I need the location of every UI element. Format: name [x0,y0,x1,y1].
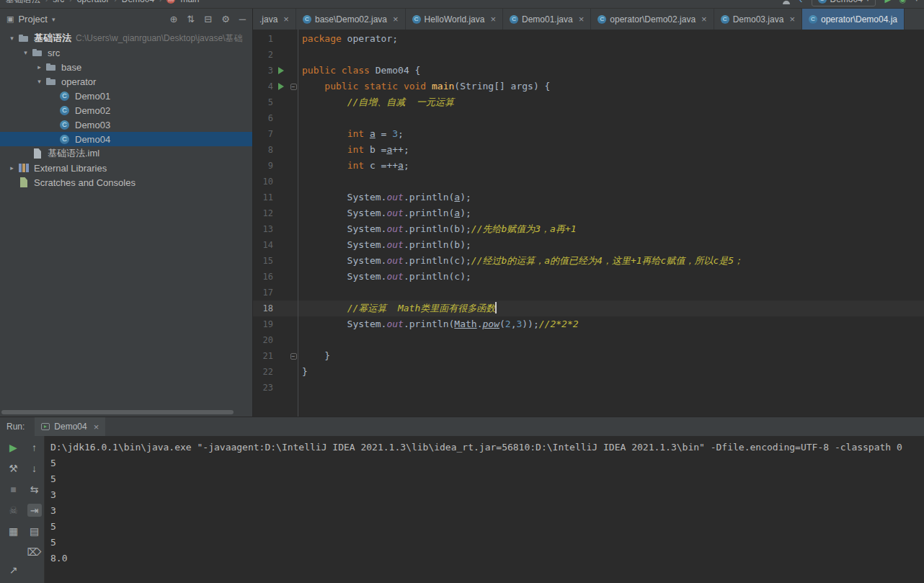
clear-all-button[interactable]: ⌦ [27,546,42,558]
code-line[interactable]: 11 System.out.println(a); [253,190,924,205]
code-line[interactable]: 12 System.out.println(a); [253,205,924,221]
code-line[interactable]: 18 //幂运算 Math类里面有很多函数 [253,301,924,316]
code-line[interactable]: 23 [253,380,924,396]
code-line[interactable]: 2 [253,47,924,63]
tree-item-demo03[interactable]: CDemo03 [0,117,252,132]
tree-item-src[interactable]: ▾src [0,45,252,60]
code-line[interactable]: 1package operator; [253,31,924,47]
editor-tab-java[interactable]: .java× [253,9,296,30]
code-line[interactable]: 4− public static void main(String[] args… [253,79,924,94]
tree-item-demo02[interactable]: CDemo02 [0,103,252,117]
line-number: 10 [253,174,273,190]
code-line[interactable]: 20 [253,332,924,348]
project-panel-title[interactable]: Project [18,14,47,25]
fold-icon[interactable]: − [290,353,297,360]
detach-button[interactable]: ↗ [6,564,21,577]
chevron-down-icon[interactable]: ▾ [52,16,55,23]
code-line[interactable]: 10 [253,174,924,190]
chevron-open-icon[interactable]: ▾ [33,78,45,85]
code-line[interactable]: 8 int b =a++; [253,142,924,158]
code-editor[interactable]: 1package operator;23public class Demo04 … [253,30,924,417]
restore-layout-button[interactable]: ▦ [6,525,21,538]
editor-tab-base-demo02[interactable]: Cbase\Demo02.java× [296,9,406,30]
tree-item-operator[interactable]: ▾operator [0,74,252,89]
prev-stacktrace-button[interactable]: ↑ [27,441,42,454]
close-icon[interactable]: × [94,422,99,432]
debug-button[interactable]: ◉ [899,0,907,4]
code-token: main [432,81,454,92]
editor-tab-demo01[interactable]: CDemo01.java× [503,9,591,30]
settings-icon[interactable]: ⚙ [221,14,230,25]
breadcrumb-item[interactable]: Demo04 [122,0,154,4]
tree-item-demo04[interactable]: CDemo04 [0,132,252,146]
hide-panel-icon[interactable]: ─ [239,14,246,25]
editor-tab-operator-demo04[interactable]: Coperator\Demo04.ja [802,9,905,30]
code-line[interactable]: 22} [253,364,924,380]
editor-tab-helloworld[interactable]: CHelloWorld.java× [406,9,503,30]
run-gutter-icon[interactable] [278,83,284,90]
tree-item-external-libraries[interactable]: ▸External Libraries [0,161,252,175]
tree-item-base[interactable]: ▸base [0,60,252,74]
close-icon[interactable]: × [393,14,399,25]
code-token: //自增、自减 一元运算 [347,97,454,107]
breadcrumb-item[interactable]: 基础语法 [6,0,40,6]
soft-wrap-button[interactable]: ⇆ [27,483,42,496]
code-token: System. [302,319,386,329]
next-stacktrace-button[interactable]: ↓ [27,462,42,475]
horizontal-scrollbar[interactable] [1,410,234,414]
breadcrumb-item[interactable]: src [53,0,64,4]
console-output[interactable]: D:\jdk16.0.1\bin\java.exe "-javaagent:D:… [45,436,924,583]
gutter-run-slot [273,364,289,380]
chevron-closed-icon[interactable]: ▸ [6,164,18,172]
code-line[interactable]: 6 [253,110,924,126]
code-token: ; [404,160,409,171]
code-line[interactable]: 17 [253,285,924,301]
code-text: System.out.println(b); [298,237,471,253]
code-line[interactable]: 21− } [253,348,924,364]
tree-item-demo01[interactable]: CDemo01 [0,89,252,103]
rerun-button[interactable]: ▶ [6,441,21,454]
print-button[interactable]: ▤ [27,525,42,538]
editor-tab-operator-demo02[interactable]: Coperator\Demo02.java× [591,9,714,30]
chevron-open-icon[interactable]: ▾ [6,35,18,42]
run-config-select[interactable]: C Demo04 ▾ [812,0,876,6]
code-line[interactable]: 5 //自增、自减 一元运算 [253,94,924,110]
code-line[interactable]: 15 System.out.println(c);//经过b的运算，a的值已经为… [253,253,924,269]
tree-item-scratches-and-consoles[interactable]: Scratches and Consoles [0,175,252,190]
code-line[interactable]: 13 System.out.println(b);//先给b赋值为3，a再+1 [253,221,924,237]
close-icon[interactable]: × [490,14,496,25]
code-line[interactable]: 3public class Demo04 { [253,63,924,79]
run-button[interactable]: ▶ [884,0,890,4]
kill-process-button[interactable]: ☠ [6,504,21,517]
edit-configuration-button[interactable]: ⚒ [6,462,21,475]
view-options-icon[interactable]: ⊟ [204,14,212,25]
gutter-fold-slot [289,31,298,47]
code-line[interactable]: 14 System.out.println(b); [253,237,924,253]
close-icon[interactable]: × [579,14,585,25]
stop-button[interactable]: ■ [6,483,21,496]
collapse-all-icon[interactable]: ⇅ [187,14,195,25]
chevron-closed-icon[interactable]: ▸ [33,63,45,71]
back-icon[interactable]: ‹ [799,0,803,5]
breadcrumb-item[interactable]: main [180,0,199,4]
code-line[interactable]: 7 int a = 3; [253,126,924,142]
code-line[interactable]: 9 int c =++a; [253,158,924,174]
fold-icon[interactable]: − [290,84,297,90]
locate-file-icon[interactable]: ⊕ [169,14,177,25]
close-icon[interactable]: × [283,14,289,25]
run-gutter-icon[interactable] [278,67,284,74]
editor-tab-demo03[interactable]: CDemo03.java× [714,9,802,30]
project-panel-header: ▣ Project ▾ ⊕⇅⊟⚙─ [0,9,252,30]
code-line[interactable]: 19 System.out.println(Math.pow(2,3));//2… [253,316,924,332]
code-line[interactable]: 16 System.out.println(c); [253,269,924,285]
close-icon[interactable]: × [701,14,707,25]
scroll-to-end-button[interactable]: ⇥ [27,504,42,517]
more-chevron-icon[interactable]: ▾ [915,0,918,3]
tree-item-project-root[interactable]: ▾基础语法C:\Users\w_qianrguan\Desktop\javase… [0,31,252,45]
breadcrumb-item[interactable]: operator [77,0,110,4]
chevron-open-icon[interactable]: ▾ [19,49,32,56]
user-icon[interactable] [782,0,791,4]
tree-item-basic-grammar-iml[interactable]: 基础语法.iml [0,146,252,161]
run-tab-demo04[interactable]: Demo04 × [35,417,105,436]
close-icon[interactable]: × [789,14,795,25]
